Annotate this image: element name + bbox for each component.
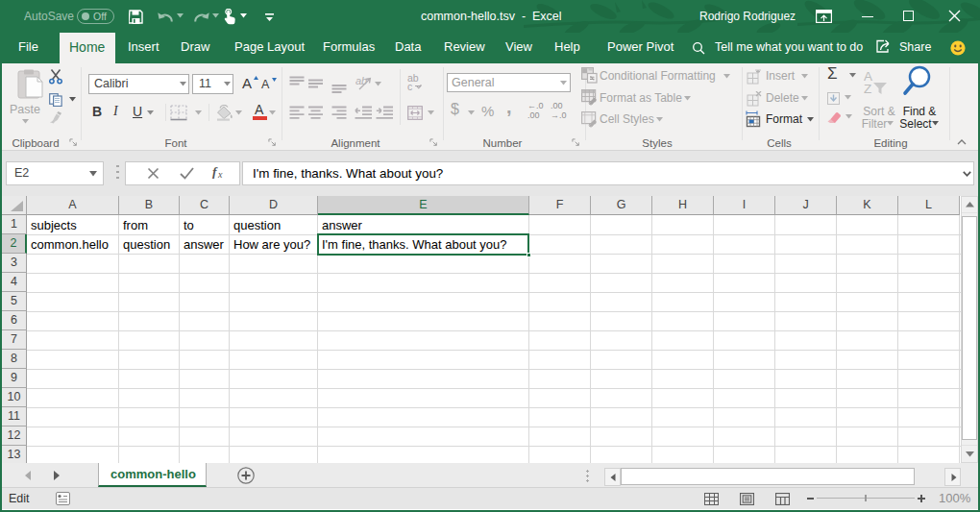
- svg-text:ab: ab: [355, 75, 367, 86]
- svg-text:c: c: [407, 81, 412, 91]
- svg-text:Z: Z: [864, 82, 871, 96]
